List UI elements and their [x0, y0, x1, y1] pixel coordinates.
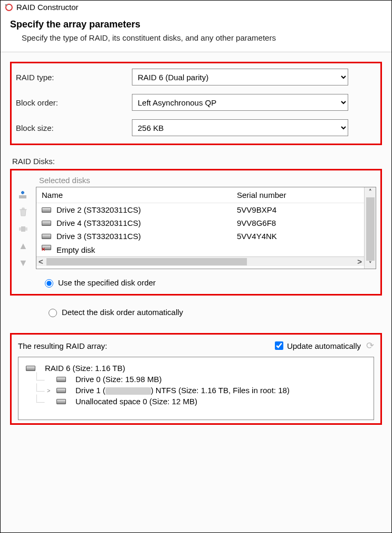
drive-icon	[42, 245, 51, 250]
update-auto-checkbox[interactable]	[275, 341, 283, 350]
table-row[interactable]: Drive 4 (ST3320311CS)9VV8G6F8	[36, 216, 364, 230]
app-icon	[5, 3, 13, 12]
result-tree: RAID 6 (Size: 1.16 TB) Drive 0 (Size: 15…	[18, 357, 374, 420]
svg-rect-2	[19, 195, 26, 198]
svg-rect-4	[21, 226, 25, 232]
drive-icon	[42, 234, 51, 239]
horizontal-scrollbar[interactable]: <>	[36, 256, 364, 266]
raid-type-label: RAID type:	[16, 73, 132, 82]
selected-disks-label: Selected disks	[39, 176, 376, 185]
result-label: The resulting RAID array:	[18, 341, 107, 350]
page-subtitle: Specify the type of RAID, its constituen…	[22, 33, 382, 42]
column-name[interactable]: Name	[42, 191, 237, 199]
drive-icon	[42, 221, 51, 226]
header: Specify the array parameters Specify the…	[1, 14, 391, 52]
block-order-label: Block order:	[16, 98, 132, 107]
block-size-label: Block size:	[16, 123, 132, 132]
tree-child[interactable]: >Drive 1 () NTFS (Size: 1.16 TB, Files i…	[26, 385, 366, 396]
window-title: RAID Constructor	[16, 3, 79, 12]
drive-icon	[26, 366, 35, 371]
key-button[interactable]	[17, 224, 29, 234]
disk-table: Name Serial number Drive 2 (ST3320311CS)…	[36, 187, 376, 269]
radio-detect-order[interactable]	[49, 309, 57, 317]
result-group: The resulting RAID array: Update automat…	[10, 333, 382, 425]
table-row[interactable]: Drive 3 (ST3320311CS)5VV4Y4NK	[36, 230, 364, 243]
move-up-button[interactable]: ▲	[17, 241, 29, 251]
radio-specified-label: Use the specified disk order	[58, 278, 156, 287]
move-down-button[interactable]: ▼	[17, 258, 29, 268]
drive-icon	[56, 388, 66, 393]
block-size-select[interactable]: 256 KB	[132, 119, 348, 136]
table-row[interactable]: Empty disk	[36, 243, 364, 256]
svg-rect-1	[5, 4, 7, 6]
raid-disks-label: RAID Disks:	[12, 157, 382, 166]
tree-root[interactable]: RAID 6 (Size: 1.16 TB)	[26, 363, 366, 374]
radio-specified-order[interactable]	[45, 279, 53, 288]
titlebar: RAID Constructor	[1, 1, 391, 14]
page-title: Specify the array parameters	[10, 19, 382, 30]
redacted-text	[106, 387, 151, 395]
drive-icon	[56, 377, 66, 382]
drive-icon	[42, 207, 51, 213]
tree-child[interactable]: Unallocated space 0 (Size: 12 MB)	[26, 396, 366, 407]
raid-type-select[interactable]: RAID 6 (Dual parity)	[132, 69, 348, 85]
update-auto-label: Update automatically	[287, 341, 361, 350]
delete-disk-button[interactable]	[17, 207, 29, 217]
tree-child[interactable]: Drive 0 (Size: 15.98 MB)	[26, 374, 366, 385]
raid-disks-group: Selected disks ▲ ▼ Name Serial number	[10, 169, 382, 296]
vertical-scrollbar[interactable]: ˄ ˅	[364, 187, 376, 269]
expander-icon[interactable]: >	[47, 387, 52, 394]
parameters-group: RAID type: RAID 6 (Dual parity) Block or…	[10, 62, 382, 145]
block-order-select[interactable]: Left Asynchronous QP	[132, 94, 348, 111]
table-row[interactable]: Drive 2 (ST3320311CS)5VV9BXP4	[36, 203, 364, 216]
drive-icon	[56, 399, 66, 404]
add-disk-button[interactable]	[17, 190, 29, 201]
radio-detect-label: Detect the disk order automatically	[62, 308, 183, 317]
refresh-icon[interactable]: ⟳	[366, 340, 374, 351]
column-serial[interactable]: Serial number	[237, 191, 359, 199]
